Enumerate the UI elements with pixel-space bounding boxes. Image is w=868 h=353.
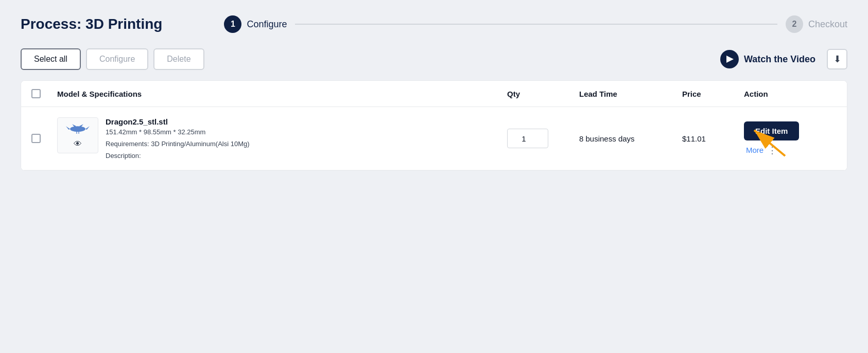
table-header-row: Model & Specifications Qty Lead Time Pri… [21, 81, 847, 107]
items-table: Model & Specifications Qty Lead Time Pri… [21, 80, 847, 171]
page-header: Process: 3D Printing 1 Configure 2 Check… [21, 15, 847, 33]
col-qty: Qty [507, 90, 579, 98]
step-1-circle: 1 [224, 15, 241, 33]
play-icon [720, 50, 739, 68]
svg-rect-8 [78, 131, 79, 134]
download-button[interactable]: ⬇ [827, 49, 847, 69]
page-title: Process: 3D Printing [21, 16, 162, 32]
col-price: Price [682, 90, 744, 98]
step-2-label: Checkout [808, 19, 847, 30]
price-cell: $11.01 [682, 134, 744, 143]
step-2: 2 Checkout [786, 15, 847, 33]
more-options-icon[interactable]: ⋮ [768, 145, 777, 156]
more-row: More ⋮ [746, 145, 777, 156]
toolbar: Select all Configure Delete Watch the Vi… [21, 48, 847, 70]
delete-button[interactable]: Delete [153, 48, 204, 70]
svg-point-6 [76, 129, 80, 132]
model-requirements: Requirements: 3D Printing/Aluminum(Alsi … [106, 140, 250, 148]
model-dimensions: 151.42mm * 98.55mm * 32.25mm [106, 128, 250, 136]
row-checkbox[interactable] [31, 134, 41, 143]
step-1-label: Configure [247, 19, 287, 30]
model-name: Dragon2.5_stl.stl [106, 117, 250, 126]
model-thumbnail: 👁 [57, 117, 98, 153]
select-all-checkbox[interactable] [31, 89, 41, 98]
step-line [295, 24, 777, 25]
model-description: Description: [106, 152, 250, 160]
download-icon: ⬇ [834, 54, 841, 65]
svg-marker-1 [66, 126, 70, 130]
qty-cell [507, 129, 579, 148]
eye-icon[interactable]: 👁 [74, 139, 82, 149]
model-cell: 👁 Dragon2.5_stl.stl 151.42mm * 98.55mm *… [57, 117, 507, 160]
svg-rect-7 [76, 131, 77, 134]
model-info: Dragon2.5_stl.stl 151.42mm * 98.55mm * 3… [106, 117, 250, 160]
col-lead-time: Lead Time [579, 90, 682, 98]
dragon-image [64, 122, 92, 137]
more-link[interactable]: More [746, 146, 763, 154]
steps-progress: 1 Configure 2 Checkout [224, 15, 847, 33]
select-all-button[interactable]: Select all [21, 48, 81, 70]
col-action: Action [744, 90, 837, 98]
table-row: 👁 Dragon2.5_stl.stl 151.42mm * 98.55mm *… [21, 107, 847, 170]
step-1: 1 Configure [224, 15, 287, 33]
watch-video-label: Watch the Video [744, 54, 815, 65]
step-2-circle: 2 [786, 15, 803, 33]
watch-video-button[interactable]: Watch the Video [720, 50, 815, 68]
configure-button[interactable]: Configure [86, 48, 148, 70]
col-model: Model & Specifications [57, 90, 507, 98]
action-cell: Edit Item More ⋮ [744, 121, 837, 156]
qty-input[interactable] [507, 129, 548, 148]
svg-marker-2 [85, 126, 90, 130]
edit-item-button[interactable]: Edit Item [744, 121, 799, 140]
lead-time-cell: 8 business days [579, 134, 682, 143]
